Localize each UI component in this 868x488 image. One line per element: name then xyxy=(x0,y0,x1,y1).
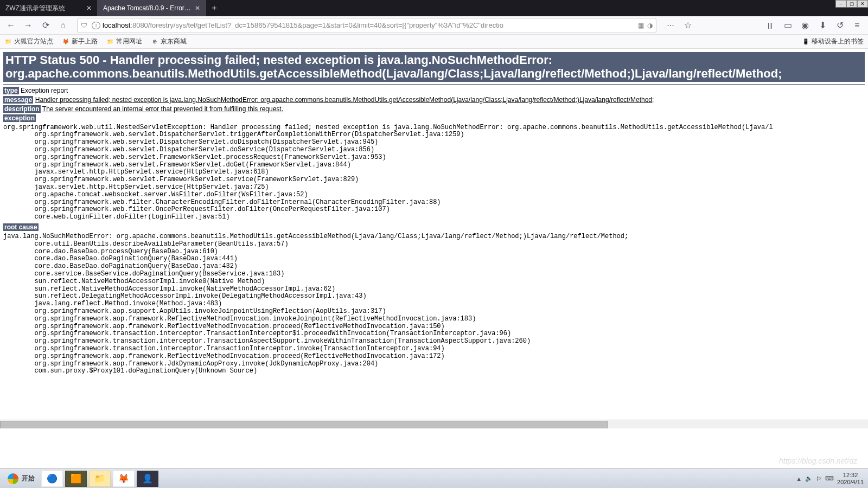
page-actions-button[interactable]: ··· xyxy=(663,18,678,33)
page-content: HTTP Status 500 - Handler processing fai… xyxy=(0,49,868,418)
bookmark-item[interactable]: 📁火狐官方站点 xyxy=(4,37,53,46)
menu-icon[interactable]: ≡ xyxy=(850,18,865,33)
bookmark-label: 常用网址 xyxy=(116,37,142,46)
exception-label: exception xyxy=(3,114,36,122)
close-icon[interactable]: ✕ xyxy=(86,4,92,12)
tab-title: Apache Tomcat/8.0.9 - Error rep xyxy=(103,4,192,12)
tray-icon[interactable]: 🏳 xyxy=(816,476,822,482)
type-label: type xyxy=(3,87,19,94)
tray-expand-icon[interactable]: ▲ xyxy=(796,476,802,482)
taskbar-app-firefox[interactable]: 🦊 xyxy=(113,471,135,487)
globe-icon: ⊕ xyxy=(151,38,158,46)
mobile-icon: 📱 xyxy=(802,38,809,46)
tomcat-error-page: HTTP Status 500 - Handler processing fai… xyxy=(0,49,868,381)
nav-bar: ← → ⟳ ⌂ 🛡 i localhost:8080/forestry/sys/… xyxy=(0,16,868,35)
page-title: HTTP Status 500 - Handler processing fai… xyxy=(3,52,865,82)
type-line: type Exception report xyxy=(3,87,865,94)
browser-tab-1[interactable]: Apache Tomcat/8.0.9 - Error rep ✕ xyxy=(98,0,206,16)
grid-icon[interactable]: ▦ xyxy=(638,22,644,29)
bookmarks-bar: 📁火狐官方站点 🦊新手上路 📁常用网址 ⊕京东商城 📱移动设备上的书签 xyxy=(0,35,868,49)
divider xyxy=(3,84,865,85)
description-label: description xyxy=(3,105,41,113)
bookmark-label: 移动设备上的书签 xyxy=(812,37,864,46)
description-line: description The server encountered an in… xyxy=(3,105,865,113)
bookmark-item[interactable]: 🦊新手上路 xyxy=(62,37,98,46)
home-button[interactable]: ⌂ xyxy=(55,18,71,33)
back-button[interactable]: ← xyxy=(3,18,18,33)
close-button[interactable]: ✕ xyxy=(857,0,868,8)
url-actions: ▦ ◑ xyxy=(638,22,653,29)
toolbar-right: ⫼ ▭ ◉ ⬇ ↺ ≡ xyxy=(763,18,865,33)
tray-icon[interactable]: ⌨ xyxy=(825,475,834,482)
taskbar-app[interactable]: 🟧 xyxy=(65,471,87,487)
tab-title: ZWZ通讯录管理系统 xyxy=(5,4,83,13)
watermark-text: https://blog.csdn.net/dz xyxy=(779,457,857,465)
shield-icon[interactable]: 🛡 xyxy=(81,22,90,29)
tab-bar: ZWZ通讯录管理系统 ✕ Apache Tomcat/8.0.9 - Error… xyxy=(0,0,868,16)
tray-icon[interactable]: 🔈 xyxy=(805,475,813,482)
description-value: The server encountered an internal error… xyxy=(42,105,283,113)
mobile-bookmarks[interactable]: 📱移动设备上的书签 xyxy=(802,37,864,46)
title-bar-controls: – ▢ ✕ xyxy=(835,0,868,8)
system-tray: ▲ 🔈 🏳 ⌨ 12:32 2020/4/11 xyxy=(796,472,866,485)
bookmark-label: 京东商城 xyxy=(161,37,187,46)
taskbar-app[interactable]: 🔵 xyxy=(41,471,63,487)
horizontal-scrollbar[interactable] xyxy=(0,420,868,428)
taskbar-app[interactable]: 👤 xyxy=(137,471,158,487)
start-label: 开始 xyxy=(22,474,35,483)
history-icon[interactable]: ↺ xyxy=(832,18,847,33)
clock[interactable]: 12:32 2020/4/11 xyxy=(837,472,864,485)
url-text: localhost:8080/forestry/sys/tel/getTelLi… xyxy=(103,21,638,29)
taskbar-app[interactable]: 📁 xyxy=(89,471,111,487)
bookmark-item[interactable]: 📁常用网址 xyxy=(106,37,142,46)
message-line: message Handler processing failed; neste… xyxy=(3,96,865,104)
rootcause-label: root cause xyxy=(3,223,39,231)
taskbar: 开始 🔵 🟧 📁 🦊 👤 ▲ 🔈 🏳 ⌨ 12:32 2020/4/11 xyxy=(0,468,868,488)
rootcause-header: root cause xyxy=(3,223,865,231)
url-bar[interactable]: 🛡 i localhost:8080/forestry/sys/tel/getT… xyxy=(77,18,656,33)
bookmark-item[interactable]: ⊕京东商城 xyxy=(151,37,187,46)
close-icon[interactable]: ✕ xyxy=(195,4,200,12)
bookmark-label: 新手上路 xyxy=(72,37,98,46)
reload-button[interactable]: ⟳ xyxy=(38,18,53,33)
browser-tab-0[interactable]: ZWZ通讯录管理系统 ✕ xyxy=(0,0,98,16)
message-label: message xyxy=(3,96,33,104)
contrast-icon[interactable]: ◑ xyxy=(647,22,653,29)
clock-time: 12:32 xyxy=(837,472,864,478)
start-button[interactable]: 开始 xyxy=(2,471,40,487)
exception-header: exception xyxy=(3,114,865,122)
exception-stacktrace: org.springframework.web.util.NestedServl… xyxy=(3,124,865,221)
windows-icon xyxy=(8,473,18,484)
firefox-icon: 🦊 xyxy=(62,38,69,46)
minimize-button[interactable]: – xyxy=(835,0,846,8)
folder-icon: 📁 xyxy=(4,38,12,46)
message-value: Handler processing failed; nested except… xyxy=(35,96,654,104)
rootcause-stacktrace: java.lang.NoSuchMethodError: org.apache.… xyxy=(3,233,865,375)
forward-button[interactable]: → xyxy=(21,18,36,33)
clock-date: 2020/4/11 xyxy=(837,479,864,485)
sidebar-icon[interactable]: ▭ xyxy=(780,18,795,33)
library-icon[interactable]: ⫼ xyxy=(763,18,778,33)
download-icon[interactable]: ⬇ xyxy=(815,18,830,33)
new-tab-button[interactable]: + xyxy=(206,0,222,16)
bookmark-star-button[interactable]: ☆ xyxy=(680,18,695,33)
bookmark-label: 火狐官方站点 xyxy=(14,37,53,46)
scrollbar-thumb[interactable] xyxy=(0,421,608,428)
folder-icon: 📁 xyxy=(106,38,114,46)
type-value: Exception report xyxy=(19,87,68,94)
info-icon[interactable]: i xyxy=(92,22,100,29)
maximize-button[interactable]: ▢ xyxy=(846,0,857,8)
account-icon[interactable]: ◉ xyxy=(797,18,813,33)
